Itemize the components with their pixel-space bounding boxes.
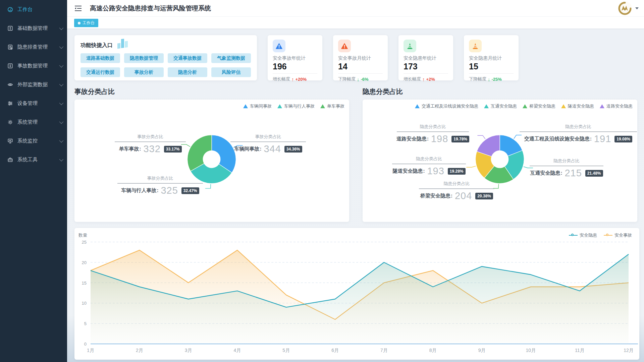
- legend-item[interactable]: 安全事故: [604, 232, 632, 238]
- svg-text:15: 15: [82, 281, 87, 286]
- chevron-down-icon: [59, 157, 64, 161]
- toolbox-icon: [7, 157, 13, 163]
- quick-button-hazard-analysis[interactable]: 隐患分析: [168, 67, 207, 77]
- trend-chart-legend: 安全隐患安全事故: [569, 232, 632, 238]
- stat-card-hazard-month: 安全隐患月统计 15 下降幅度 ↓ -25%: [464, 35, 519, 80]
- pie-callout-road: 隐患分类占比 道路安全隐患 198 19.78%: [397, 124, 469, 144]
- stat-card-accident-year: 安全事故年统计 196 增长幅度 ↑ +20%: [268, 35, 322, 80]
- svg-text:10: 10: [82, 301, 87, 306]
- sidebar-item-external-monitoring[interactable]: 外部监测数据: [0, 75, 67, 94]
- legend-item[interactable]: 隧道安全隐患: [561, 103, 594, 109]
- quick-button-hazard-data[interactable]: 隐患数据管理: [124, 53, 164, 63]
- legend-triangle-icon: [320, 104, 325, 108]
- svg-text:数量: 数量: [78, 233, 87, 238]
- header: 高速公路安全隐患排查与运营风险管理系统: [67, 0, 644, 17]
- legend-item[interactable]: 单车事故: [320, 103, 344, 109]
- quick-button-risk-assessment[interactable]: 风险评估: [211, 67, 251, 77]
- legend-item[interactable]: 桥梁安全隐患: [523, 103, 555, 109]
- traffic-cone-icon: [404, 40, 416, 52]
- quick-button-road-basic-data[interactable]: 道路基础数据: [80, 53, 120, 63]
- quick-panel-title: 功能快捷入口: [80, 42, 113, 49]
- legend-label: 单车事故: [327, 103, 344, 109]
- sidebar-item-system-monitor[interactable]: 系统监控: [0, 131, 67, 150]
- eye-icon: [7, 81, 13, 87]
- alert-triangle-icon: [273, 40, 285, 52]
- pie-callout-vehicle-vehicle: 事故分类占比 车辆间事故 344 34.36%: [230, 134, 306, 155]
- quick-button-traffic-accident-data[interactable]: 交通事故数据: [168, 53, 207, 63]
- sidebar-item-accident-data[interactable]: 事故数据管理: [0, 56, 67, 75]
- section-title-accident-pie: 事故分类占比: [74, 87, 349, 96]
- legend-item[interactable]: 安全隐患: [569, 232, 597, 238]
- svg-text:20: 20: [82, 260, 87, 265]
- legend-label: 隧道安全隐患: [568, 103, 594, 109]
- section-title-hazard-pie: 隐患分类占比: [363, 87, 637, 96]
- app-title: 高速公路安全隐患排查与运营风险管理系统: [90, 4, 211, 13]
- accident-pie-legend: 车辆间事故车辆与行人事故单车事故: [243, 103, 344, 109]
- sidebar-item-system-tools[interactable]: 系统工具: [0, 150, 67, 169]
- legend-item[interactable]: 车辆间事故: [243, 103, 272, 109]
- pie-callout-tunnel: 隐患分类占比 隧道安全隐患 193 19.28%: [392, 156, 466, 177]
- quick-button-accident-analysis[interactable]: 事故分析: [124, 67, 164, 77]
- donut-slice[interactable]: [187, 135, 212, 171]
- avatar[interactable]: [618, 1, 632, 16]
- gear-icon: [7, 119, 13, 125]
- legend-label: 车辆间事故: [250, 103, 272, 109]
- data-box-icon: [7, 25, 13, 31]
- pie-callout-interchange: 隐患分类占比 互通安全隐患 215 21.48%: [530, 158, 603, 179]
- chevron-down-icon: [59, 101, 64, 105]
- sidebar: 工作台 基础数据管理 隐患排查管理 事故数据管理 外部监测数据 设备管理: [0, 0, 67, 362]
- monitor-icon: [7, 138, 13, 144]
- sidebar-collapse-icon[interactable]: [74, 5, 82, 11]
- pie-callout-single-vehicle: 事故分类占比 单车事故 332 33.17%: [115, 134, 186, 155]
- sidebar-item-hazard-check[interactable]: 隐患排查管理: [0, 38, 67, 56]
- svg-text:12月: 12月: [624, 348, 634, 353]
- document-check-icon: [7, 44, 13, 50]
- chevron-down-icon: [59, 25, 64, 30]
- legend-item[interactable]: 道路安全隐患: [600, 103, 633, 109]
- trend-arrow-icon: ↓: [357, 76, 360, 82]
- label-line: [205, 184, 211, 188]
- svg-text:1月: 1月: [87, 348, 94, 353]
- dashboard-icon: [7, 6, 13, 12]
- svg-text:3月: 3月: [185, 348, 192, 353]
- legend-item[interactable]: 车辆与行人事故: [277, 103, 315, 109]
- legend-triangle-icon: [523, 104, 527, 108]
- legend-label: 交通工程及沿线设施安全隐患: [422, 103, 478, 109]
- sidebar-item-workbench[interactable]: 工作台: [0, 0, 67, 19]
- tab-workbench[interactable]: 工作台: [74, 19, 98, 27]
- quick-button-traffic-operation-data[interactable]: 交通运行数据: [80, 67, 120, 77]
- chevron-down-icon: [59, 44, 64, 49]
- sidebar-item-basic-data[interactable]: 基础数据管理: [0, 19, 67, 38]
- stat-card-hazard-year: 安全隐患年统计 173 增长幅度 ↑ +2%: [398, 35, 453, 80]
- label-line: [477, 135, 485, 139]
- svg-text:5月: 5月: [282, 348, 290, 353]
- stat-card-accident-month: 安全事故月统计 14 下降幅度 ↓ -6%: [333, 35, 388, 80]
- legend-line-marker-icon: [604, 234, 612, 237]
- legend-label: 车辆与行人事故: [284, 103, 315, 109]
- donut-chart: [74, 100, 349, 222]
- chevron-down-icon: [59, 119, 64, 124]
- alert-triangle-icon: [338, 40, 351, 52]
- legend-item[interactable]: 交通工程及沿线设施安全隐患: [415, 103, 478, 109]
- quick-button-weather-monitoring[interactable]: 气象监测数据: [211, 53, 251, 63]
- pie-callout-traffic-engineering: 隐患分类占比 交通工程及沿线设施安全隐患 191 19.08%: [520, 124, 637, 144]
- trend-arrow-icon: ↑: [291, 76, 294, 82]
- pie-callout-bridge: 隐患分类占比 桥梁安全隐患 204 20.38%: [419, 181, 494, 201]
- data-box-icon: [7, 63, 13, 69]
- legend-triangle-icon: [415, 104, 420, 108]
- svg-text:25: 25: [82, 240, 87, 245]
- legend-triangle-icon: [243, 104, 248, 108]
- legend-triangle-icon: [561, 104, 566, 108]
- sidebar-item-equipment[interactable]: 设备管理: [0, 94, 67, 113]
- legend-line-marker-icon: [569, 234, 578, 237]
- legend-item[interactable]: 互通安全隐患: [484, 103, 517, 109]
- accident-pie-chart: 车辆间事故车辆与行人事故单车事故 事故分类占比 单车事故 332 33.17% …: [74, 100, 349, 222]
- svg-text:7月: 7月: [380, 348, 388, 353]
- chevron-down-icon: [59, 138, 64, 142]
- legend-label: 桥梁安全隐患: [529, 103, 555, 109]
- chevron-down-icon[interactable]: [635, 7, 639, 9]
- bar-chart-3d-icon: [116, 38, 129, 50]
- quick-entry-panel: 功能快捷入口 道路基础数据 隐患数据管理 交通事故数据 气象监测数据 交通运行数…: [74, 35, 257, 80]
- sidebar-item-system-management[interactable]: 系统管理: [0, 113, 67, 131]
- svg-text:6月: 6月: [331, 348, 339, 353]
